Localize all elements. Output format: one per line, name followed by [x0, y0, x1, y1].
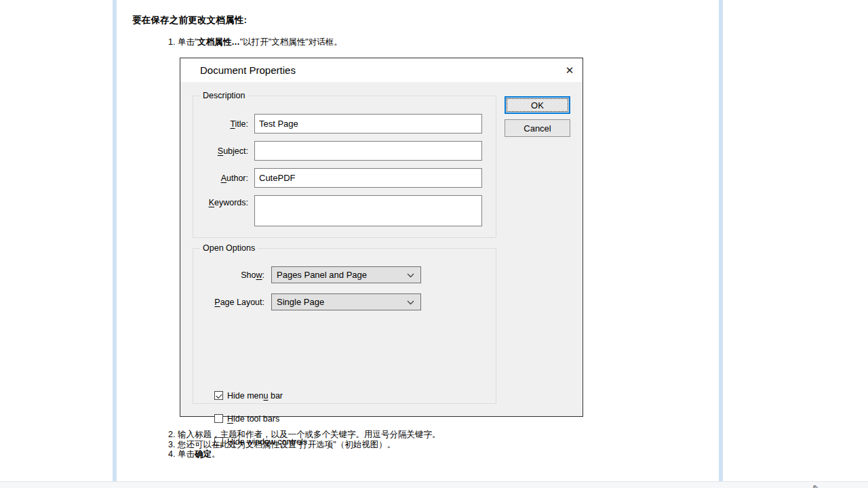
- subject-field[interactable]: [254, 141, 482, 161]
- doc-steps: 2. 输入标题，主题和作者，以及一个或多个关键字。用逗号分隔关键字。 3. 您还…: [168, 430, 440, 460]
- show-dropdown-value: Pages Panel and Page: [277, 270, 367, 280]
- hide-menu-bar-checkbox-row[interactable]: Hide menu bar: [214, 390, 283, 401]
- doc-step-2: 2. 输入标题，主题和作者，以及一个或多个关键字。用逗号分隔关键字。: [168, 430, 440, 440]
- doc-heading: 要在保存之前更改文档属性:: [132, 14, 247, 26]
- hide-menu-bar-checkbox[interactable]: [214, 391, 223, 400]
- title-field[interactable]: [254, 114, 482, 134]
- subject-label: Subject:: [194, 141, 248, 161]
- description-legend: Description: [200, 91, 248, 101]
- page-left-border: [113, 0, 117, 481]
- open-options-legend: Open Options: [200, 243, 258, 253]
- page-layout-label: Page Layout:: [194, 293, 264, 310]
- dialog-title: Document Properties: [200, 58, 296, 82]
- bottom-bar: ✎ 〰 ▭: [0, 481, 868, 488]
- hide-menu-bar-label: Hide menu bar: [227, 391, 283, 401]
- hide-tool-bars-label: Hide tool bars: [227, 414, 279, 424]
- page-right-border: [719, 0, 723, 481]
- author-label: Author:: [194, 168, 248, 188]
- keywords-label: Keywords:: [194, 197, 248, 208]
- chevron-down-icon: [407, 300, 414, 305]
- step1-text-tail: "以打开"文档属性"对话框。: [240, 37, 342, 47]
- scribble-icon[interactable]: 〰: [839, 483, 848, 488]
- ok-button[interactable]: OK: [505, 96, 570, 114]
- panel-icon[interactable]: ▭: [859, 483, 867, 488]
- step1-text: 1. 单击": [168, 37, 197, 47]
- doc-step-4: 4. 单击确定。: [168, 449, 440, 460]
- show-dropdown[interactable]: Pages Panel and Page: [271, 266, 421, 283]
- page-layout-dropdown-value: Single Page: [277, 297, 324, 307]
- close-icon[interactable]: ✕: [559, 58, 580, 82]
- page-layout-dropdown[interactable]: Single Page: [271, 293, 421, 310]
- hide-tool-bars-checkbox-row[interactable]: Hide tool bars: [214, 413, 279, 424]
- cancel-button[interactable]: Cancel: [505, 119, 570, 137]
- document-properties-dialog: Document Properties ✕ Description Title:…: [180, 58, 583, 417]
- title-label: Title:: [194, 114, 248, 134]
- keywords-field[interactable]: [254, 195, 482, 226]
- pen-icon[interactable]: ✎: [812, 483, 821, 488]
- chevron-down-icon: [407, 273, 414, 278]
- hide-tool-bars-checkbox[interactable]: [214, 414, 223, 423]
- show-label: Show:: [194, 266, 264, 283]
- step1-bold-text: 文档属性…: [197, 37, 240, 47]
- doc-step-1: 1. 单击"文档属性…"以打开"文档属性"对话框。: [168, 37, 342, 48]
- author-field[interactable]: [254, 168, 482, 188]
- dialog-titlebar: Document Properties ✕: [180, 58, 583, 82]
- doc-step-3: 3. 您还可以在此处为文档属性设置"打开选项"（初始视图）。: [168, 440, 440, 450]
